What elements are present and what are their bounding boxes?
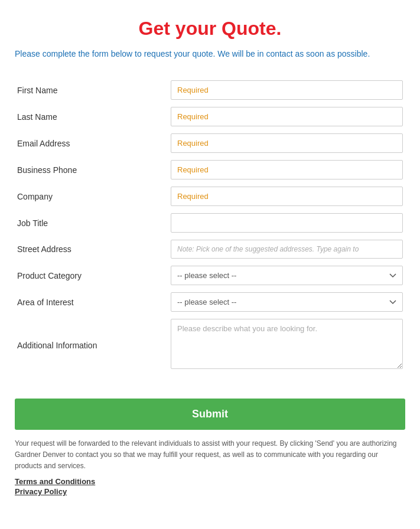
email-label: Email Address <box>15 130 168 156</box>
last-name-label: Last Name <box>15 103 168 130</box>
email-cell <box>168 130 405 156</box>
company-label: Company <box>15 183 168 210</box>
last-name-row: Last Name <box>15 103 405 130</box>
product-category-cell: -- please select -- <box>168 262 405 289</box>
area-of-interest-cell: -- please select -- <box>168 289 405 315</box>
additional-info-cell <box>168 315 405 375</box>
additional-info-row: Additional Information <box>15 315 405 375</box>
footer-disclaimer: Your request will be forwarded to the re… <box>15 438 405 472</box>
first-name-label: First Name <box>15 77 168 103</box>
page-title: Get your Quote. <box>15 18 405 40</box>
company-cell <box>168 183 405 210</box>
company-row: Company <box>15 183 405 210</box>
quote-form: First Name Last Name Email Address Busin… <box>15 77 405 430</box>
phone-input[interactable] <box>171 160 403 179</box>
job-title-row: Job Title <box>15 210 405 236</box>
first-name-row: First Name <box>15 77 405 103</box>
job-title-label: Job Title <box>15 210 168 236</box>
email-input[interactable] <box>171 133 403 153</box>
additional-info-textarea[interactable] <box>171 319 403 369</box>
job-title-input[interactable] <box>171 213 403 233</box>
phone-cell <box>168 156 405 183</box>
form-table: First Name Last Name Email Address Busin… <box>15 77 405 375</box>
footer-links: Terms and Conditions Privacy Policy <box>15 477 405 496</box>
privacy-link[interactable]: Privacy Policy <box>15 487 405 496</box>
first-name-cell <box>168 77 405 103</box>
company-input[interactable] <box>171 187 403 206</box>
submit-button[interactable]: Submit <box>15 399 405 430</box>
email-row: Email Address <box>15 130 405 156</box>
phone-label: Business Phone <box>15 156 168 183</box>
last-name-input[interactable] <box>171 107 403 126</box>
street-address-row: Street Address Note: Pick one of the sug… <box>15 236 405 262</box>
area-of-interest-row: Area of Interest -- please select -- <box>15 289 405 315</box>
first-name-input[interactable] <box>171 80 403 100</box>
area-of-interest-label: Area of Interest <box>15 289 168 315</box>
product-category-label: Product Category <box>15 262 168 289</box>
intro-text: Please complete the form below to reques… <box>15 48 405 60</box>
product-category-row: Product Category -- please select -- <box>15 262 405 289</box>
job-title-cell <box>168 210 405 236</box>
area-of-interest-select[interactable]: -- please select -- <box>171 292 403 312</box>
terms-link[interactable]: Terms and Conditions <box>15 477 405 486</box>
spacer <box>15 375 405 387</box>
street-address-cell: Note: Pick one of the suggested addresse… <box>168 236 405 262</box>
additional-info-label: Additional Information <box>15 315 168 375</box>
phone-row: Business Phone <box>15 156 405 183</box>
street-address-note: Note: Pick one of the suggested addresse… <box>171 240 403 259</box>
street-address-label: Street Address <box>15 236 168 262</box>
last-name-cell <box>168 103 405 130</box>
product-category-select[interactable]: -- please select -- <box>171 266 403 285</box>
